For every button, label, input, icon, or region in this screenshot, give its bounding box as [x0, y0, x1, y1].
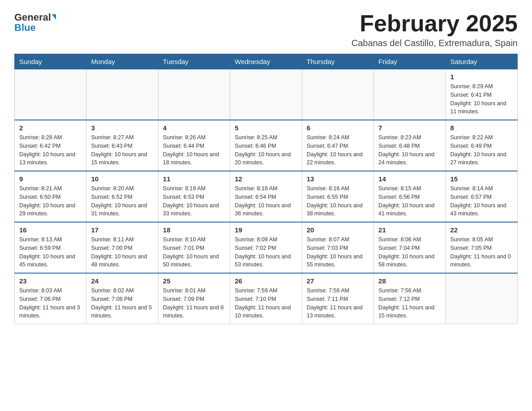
day-info: Sunrise: 8:06 AMSunset: 7:04 PMDaylight:… [378, 235, 441, 269]
day-info: Sunrise: 7:59 AMSunset: 7:10 PMDaylight:… [235, 287, 297, 320]
table-row: 1Sunrise: 8:29 AMSunset: 6:41 PMDaylight… [446, 69, 517, 120]
header-tuesday: Tuesday [158, 54, 230, 69]
table-row: 22Sunrise: 8:05 AMSunset: 7:05 PMDayligh… [446, 222, 517, 273]
day-number: 2 [19, 124, 82, 132]
day-info: Sunrise: 8:13 AMSunset: 6:59 PMDaylight:… [19, 235, 82, 269]
day-number: 8 [450, 124, 513, 132]
title-block: February 2025 Cabanas del Castillo, Extr… [352, 11, 518, 48]
header-sunday: Sunday [15, 54, 86, 69]
calendar-week-row: 2Sunrise: 8:28 AMSunset: 6:42 PMDaylight… [15, 120, 518, 171]
table-row: 4Sunrise: 8:26 AMSunset: 6:44 PMDaylight… [158, 120, 230, 171]
day-info: Sunrise: 8:07 AMSunset: 7:03 PMDaylight:… [307, 235, 369, 269]
day-info: Sunrise: 8:26 AMSunset: 6:44 PMDaylight:… [163, 133, 225, 167]
day-info: Sunrise: 8:16 AMSunset: 6:55 PMDaylight:… [307, 184, 369, 218]
table-row: 26Sunrise: 7:59 AMSunset: 7:10 PMDayligh… [230, 273, 302, 324]
day-number: 10 [91, 175, 153, 183]
table-row [374, 69, 446, 120]
day-info: Sunrise: 8:28 AMSunset: 6:42 PMDaylight:… [19, 133, 82, 167]
table-row: 13Sunrise: 8:16 AMSunset: 6:55 PMDayligh… [302, 171, 373, 222]
table-row: 11Sunrise: 8:19 AMSunset: 6:53 PMDayligh… [158, 171, 230, 222]
table-row [446, 273, 517, 324]
calendar-table: Sunday Monday Tuesday Wednesday Thursday… [14, 54, 518, 324]
table-row: 5Sunrise: 8:25 AMSunset: 6:46 PMDaylight… [230, 120, 302, 171]
table-row: 7Sunrise: 8:23 AMSunset: 6:48 PMDaylight… [374, 120, 446, 171]
day-number: 26 [235, 277, 297, 285]
day-info: Sunrise: 8:21 AMSunset: 6:50 PMDaylight:… [19, 184, 82, 218]
day-info: Sunrise: 8:25 AMSunset: 6:46 PMDaylight:… [235, 133, 297, 167]
day-number: 6 [307, 124, 369, 132]
table-row: 14Sunrise: 8:15 AMSunset: 6:56 PMDayligh… [374, 171, 446, 222]
table-row: 3Sunrise: 8:27 AMSunset: 6:43 PMDaylight… [86, 120, 158, 171]
header-thursday: Thursday [302, 54, 373, 69]
day-number: 14 [378, 175, 441, 183]
table-row: 9Sunrise: 8:21 AMSunset: 6:50 PMDaylight… [15, 171, 86, 222]
day-info: Sunrise: 8:11 AMSunset: 7:00 PMDaylight:… [91, 235, 153, 269]
day-info: Sunrise: 8:09 AMSunset: 7:02 PMDaylight:… [235, 235, 297, 269]
day-number: 23 [19, 277, 82, 285]
day-number: 27 [307, 277, 369, 285]
logo: General Blue [14, 11, 56, 33]
day-number: 16 [19, 226, 82, 234]
table-row: 24Sunrise: 8:02 AMSunset: 7:08 PMDayligh… [86, 273, 158, 324]
calendar-week-row: 23Sunrise: 8:03 AMSunset: 7:06 PMDayligh… [15, 273, 518, 324]
calendar-week-row: 9Sunrise: 8:21 AMSunset: 6:50 PMDaylight… [15, 171, 518, 222]
day-number: 20 [307, 226, 369, 234]
day-number: 11 [163, 175, 225, 183]
header-friday: Friday [374, 54, 446, 69]
day-number: 22 [450, 226, 513, 234]
day-info: Sunrise: 7:56 AMSunset: 7:12 PMDaylight:… [378, 287, 441, 320]
day-info: Sunrise: 8:29 AMSunset: 6:41 PMDaylight:… [450, 82, 513, 116]
table-row: 23Sunrise: 8:03 AMSunset: 7:06 PMDayligh… [15, 273, 86, 324]
day-info: Sunrise: 8:27 AMSunset: 6:43 PMDaylight:… [91, 133, 153, 167]
day-number: 15 [450, 175, 513, 183]
table-row: 21Sunrise: 8:06 AMSunset: 7:04 PMDayligh… [374, 222, 446, 273]
day-number: 4 [163, 124, 225, 132]
day-info: Sunrise: 8:20 AMSunset: 6:52 PMDaylight:… [91, 184, 153, 218]
header-monday: Monday [86, 54, 158, 69]
table-row: 10Sunrise: 8:20 AMSunset: 6:52 PMDayligh… [86, 171, 158, 222]
day-info: Sunrise: 8:10 AMSunset: 7:01 PMDaylight:… [163, 235, 225, 269]
day-number: 13 [307, 175, 369, 183]
day-info: Sunrise: 8:02 AMSunset: 7:08 PMDaylight:… [91, 287, 153, 320]
location-subtitle: Cabanas del Castillo, Extremadura, Spain [352, 38, 518, 48]
table-row: 25Sunrise: 8:01 AMSunset: 7:09 PMDayligh… [158, 273, 230, 324]
table-row: 27Sunrise: 7:58 AMSunset: 7:11 PMDayligh… [302, 273, 373, 324]
table-row [230, 69, 302, 120]
table-row: 19Sunrise: 8:09 AMSunset: 7:02 PMDayligh… [230, 222, 302, 273]
day-info: Sunrise: 8:23 AMSunset: 6:48 PMDaylight:… [378, 133, 441, 167]
table-row: 18Sunrise: 8:10 AMSunset: 7:01 PMDayligh… [158, 222, 230, 273]
day-info: Sunrise: 8:05 AMSunset: 7:05 PMDaylight:… [450, 235, 513, 269]
day-number: 3 [91, 124, 153, 132]
page-header: General Blue February 2025 Cabanas del C… [14, 11, 518, 48]
month-title: February 2025 [352, 11, 518, 36]
day-number: 21 [378, 226, 441, 234]
table-row: 16Sunrise: 8:13 AMSunset: 6:59 PMDayligh… [15, 222, 86, 273]
day-number: 18 [163, 226, 225, 234]
day-info: Sunrise: 8:19 AMSunset: 6:53 PMDaylight:… [163, 184, 225, 218]
day-info: Sunrise: 8:24 AMSunset: 6:47 PMDaylight:… [307, 133, 369, 167]
logo-blue: Blue [14, 23, 36, 33]
day-info: Sunrise: 8:14 AMSunset: 6:57 PMDaylight:… [450, 184, 513, 218]
logo-general: General [14, 13, 56, 22]
header-wednesday: Wednesday [230, 54, 302, 69]
table-row: 15Sunrise: 8:14 AMSunset: 6:57 PMDayligh… [446, 171, 517, 222]
day-info: Sunrise: 7:58 AMSunset: 7:11 PMDaylight:… [307, 287, 369, 320]
day-number: 9 [19, 175, 82, 183]
table-row: 17Sunrise: 8:11 AMSunset: 7:00 PMDayligh… [86, 222, 158, 273]
day-info: Sunrise: 8:01 AMSunset: 7:09 PMDaylight:… [163, 287, 225, 320]
day-number: 1 [450, 73, 513, 81]
day-info: Sunrise: 8:22 AMSunset: 6:49 PMDaylight:… [450, 133, 513, 167]
day-number: 5 [235, 124, 297, 132]
weekday-header-row: Sunday Monday Tuesday Wednesday Thursday… [15, 54, 518, 69]
table-row: 8Sunrise: 8:22 AMSunset: 6:49 PMDaylight… [446, 120, 517, 171]
day-number: 17 [91, 226, 153, 234]
logo-triangle-icon [52, 14, 56, 20]
day-number: 25 [163, 277, 225, 285]
table-row: 20Sunrise: 8:07 AMSunset: 7:03 PMDayligh… [302, 222, 373, 273]
header-saturday: Saturday [446, 54, 517, 69]
day-info: Sunrise: 8:18 AMSunset: 6:54 PMDaylight:… [235, 184, 297, 218]
table-row [302, 69, 373, 120]
day-number: 7 [378, 124, 441, 132]
table-row: 12Sunrise: 8:18 AMSunset: 6:54 PMDayligh… [230, 171, 302, 222]
table-row: 2Sunrise: 8:28 AMSunset: 6:42 PMDaylight… [15, 120, 86, 171]
